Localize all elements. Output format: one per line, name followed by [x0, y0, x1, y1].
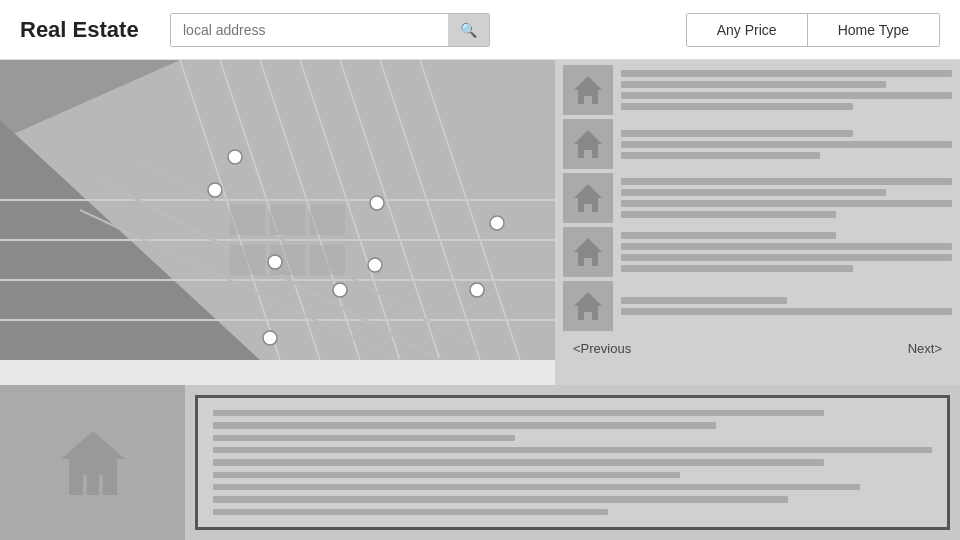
prev-page-button[interactable]: <Previous — [573, 341, 631, 356]
svg-rect-18 — [270, 205, 305, 235]
search-bar: 🔍 — [170, 13, 490, 47]
listing-line — [621, 178, 952, 185]
listing-line — [621, 103, 853, 110]
svg-marker-34 — [574, 130, 602, 158]
detail-line — [213, 447, 932, 453]
listing-info — [621, 232, 952, 272]
detail-line — [213, 484, 860, 490]
pagination: <Previous Next> — [563, 335, 952, 362]
svg-rect-39 — [87, 475, 99, 495]
listing-info — [621, 70, 952, 110]
price-filter-button[interactable]: Any Price — [687, 14, 808, 46]
listing-item[interactable] — [563, 227, 952, 277]
home-icon-large — [53, 423, 133, 503]
map-svg — [0, 60, 555, 360]
selected-listing-detail — [195, 395, 950, 530]
next-page-button[interactable]: Next> — [908, 341, 942, 356]
svg-marker-36 — [574, 238, 602, 266]
app-title: Real Estate — [20, 17, 150, 43]
svg-marker-35 — [574, 184, 602, 212]
svg-marker-37 — [574, 292, 602, 320]
listing-item[interactable] — [563, 119, 952, 169]
home-icon — [570, 126, 606, 162]
selected-listing-thumbnail — [0, 385, 185, 540]
svg-rect-20 — [230, 245, 265, 275]
listing-line — [621, 141, 952, 148]
listing-line — [621, 254, 952, 261]
home-icon — [570, 288, 606, 324]
detail-line — [213, 422, 716, 428]
svg-point-26 — [490, 216, 504, 230]
listing-line — [621, 92, 952, 99]
listing-line — [621, 211, 836, 218]
listing-item[interactable] — [563, 65, 952, 115]
listing-thumbnail — [563, 65, 613, 115]
listing-line — [621, 81, 886, 88]
detail-line — [213, 496, 788, 502]
listing-line — [621, 130, 853, 137]
svg-point-24 — [208, 183, 222, 197]
detail-line — [213, 410, 824, 416]
filter-buttons: Any Price Home Type — [686, 13, 940, 47]
listing-line — [621, 297, 787, 304]
listing-info — [621, 297, 952, 315]
svg-point-29 — [333, 283, 347, 297]
listing-line — [621, 70, 952, 77]
bottom-section — [0, 385, 960, 540]
svg-rect-19 — [310, 205, 345, 235]
search-button[interactable]: 🔍 — [448, 14, 489, 46]
top-section: <Previous Next> — [0, 60, 960, 385]
svg-point-31 — [368, 258, 382, 272]
detail-line — [213, 459, 824, 465]
svg-point-25 — [370, 196, 384, 210]
svg-point-23 — [228, 150, 242, 164]
search-input[interactable] — [171, 14, 448, 46]
listings-panel: <Previous Next> — [555, 60, 960, 385]
header: Real Estate 🔍 Any Price Home Type — [0, 0, 960, 60]
svg-point-27 — [268, 255, 282, 269]
listing-item[interactable] — [563, 281, 952, 331]
home-icon — [570, 180, 606, 216]
svg-rect-22 — [310, 245, 345, 275]
map-area[interactable] — [0, 60, 555, 360]
listing-line — [621, 308, 952, 315]
detail-line — [213, 435, 515, 441]
listing-line — [621, 243, 952, 250]
listing-thumbnail — [563, 119, 613, 169]
svg-marker-33 — [574, 76, 602, 104]
detail-line — [213, 472, 680, 478]
listing-thumbnail — [563, 227, 613, 277]
listing-line — [621, 189, 886, 196]
home-icon — [570, 234, 606, 270]
home-icon — [570, 72, 606, 108]
svg-rect-17 — [230, 205, 265, 235]
svg-point-28 — [470, 283, 484, 297]
listing-thumbnail — [563, 173, 613, 223]
listing-info — [621, 178, 952, 218]
svg-point-30 — [263, 331, 277, 345]
listing-line — [621, 152, 820, 159]
main-content: <Previous Next> — [0, 60, 960, 540]
listing-line — [621, 265, 853, 272]
listing-line — [621, 232, 836, 239]
listing-thumbnail — [563, 281, 613, 331]
home-type-filter-button[interactable]: Home Type — [808, 14, 939, 46]
listing-item[interactable] — [563, 173, 952, 223]
listing-line — [621, 200, 952, 207]
detail-line — [213, 509, 608, 515]
listing-info — [621, 130, 952, 159]
